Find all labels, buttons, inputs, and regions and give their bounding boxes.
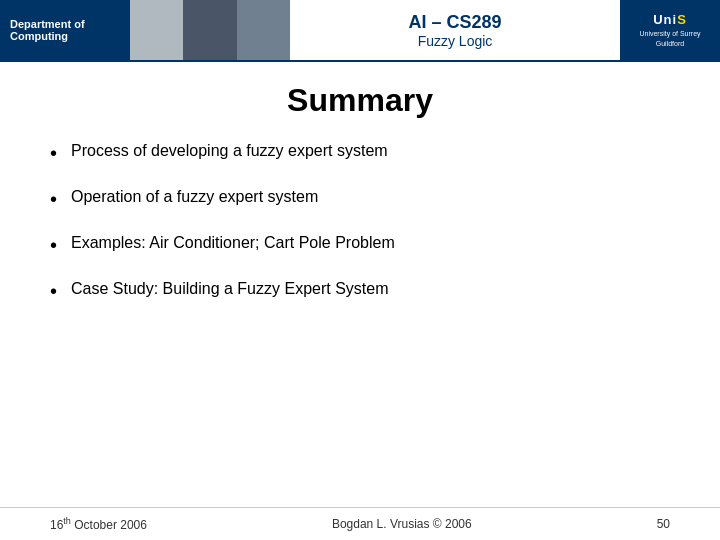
list-item: •Process of developing a fuzzy expert sy… — [50, 139, 670, 167]
bullet-dot-icon: • — [50, 139, 57, 167]
dept-label: Department of Computing — [0, 0, 130, 60]
footer: 16th October 2006 Bogdan L. Vrusias © 20… — [0, 507, 720, 540]
header: Department of Computing AI – CS289 Fuzzy… — [0, 0, 720, 62]
uni-logo-text: UniS — [653, 12, 687, 27]
bullet-item-text: Operation of a fuzzy expert system — [71, 185, 318, 209]
main-content: Summary •Process of developing a fuzzy e… — [0, 62, 720, 507]
footer-date-num: 16 — [50, 518, 63, 532]
uni-name: University of Surrey Guildford — [639, 29, 700, 47]
header-images — [130, 0, 290, 60]
header-image-1 — [130, 0, 183, 60]
page: Department of Computing AI – CS289 Fuzzy… — [0, 0, 720, 540]
footer-date: 16th October 2006 — [50, 516, 147, 532]
bullet-dot-icon: • — [50, 231, 57, 259]
page-title: Summary — [50, 82, 670, 119]
university-logo: UniS University of Surrey Guildford — [620, 0, 720, 60]
footer-date-rest: October 2006 — [71, 518, 147, 532]
bullet-item-text: Process of developing a fuzzy expert sys… — [71, 139, 388, 163]
bullet-dot-icon: • — [50, 277, 57, 305]
dept-label-text: Department of Computing — [10, 18, 120, 42]
bullet-item-text: Case Study: Building a Fuzzy Expert Syst… — [71, 277, 388, 301]
list-item: •Operation of a fuzzy expert system — [50, 185, 670, 213]
footer-date-sup: th — [63, 516, 71, 526]
bullet-item-text: Examples: Air Conditioner; Cart Pole Pro… — [71, 231, 395, 255]
header-image-2 — [183, 0, 236, 60]
header-center: AI – CS289 Fuzzy Logic — [290, 0, 620, 60]
list-item: •Case Study: Building a Fuzzy Expert Sys… — [50, 277, 670, 305]
course-subtitle: Fuzzy Logic — [418, 33, 493, 49]
footer-page-number: 50 — [657, 517, 670, 531]
header-image-3 — [237, 0, 290, 60]
footer-author: Bogdan L. Vrusias © 2006 — [332, 517, 472, 531]
course-title: AI – CS289 — [408, 12, 501, 33]
bullet-list: •Process of developing a fuzzy expert sy… — [50, 139, 670, 323]
list-item: •Examples: Air Conditioner; Cart Pole Pr… — [50, 231, 670, 259]
bullet-dot-icon: • — [50, 185, 57, 213]
